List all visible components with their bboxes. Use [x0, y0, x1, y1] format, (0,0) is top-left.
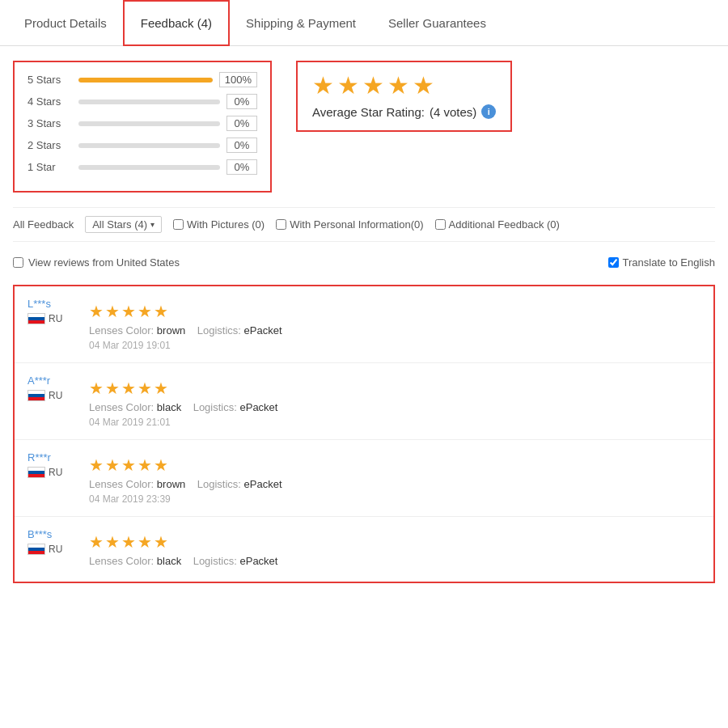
tab-seller-guarantees[interactable]: Seller Guarantees: [372, 2, 502, 44]
review-date-0: 04 Mar 2019 19:01: [89, 340, 700, 351]
star-row-2: 2 Stars 0%: [28, 138, 257, 153]
star-label-3: 3 Stars: [28, 117, 72, 129]
reviewer-name-3[interactable]: B***s: [28, 528, 76, 540]
review-item: L***s RU ★★★★★ Lenses Color: brown: [15, 286, 713, 363]
tab-bar: Product Details Feedback (4) Shipping & …: [0, 0, 728, 46]
reviewer-name-1[interactable]: A***r: [28, 375, 76, 387]
lenses-color-label-1: Lenses Color:: [89, 401, 154, 413]
view-reviews-checkbox[interactable]: [13, 257, 23, 268]
star-row-5: 5 Stars 100%: [28, 72, 257, 87]
logistics-label-2: Logistics:: [197, 478, 241, 490]
logistics-label-3: Logistics:: [193, 555, 237, 567]
bar-bg-5: [78, 78, 213, 83]
with-personal-label: With Personal Information(0): [290, 218, 423, 231]
lenses-color-label-0: Lenses Color:: [89, 324, 154, 336]
review-top-line-3: B***s RU ★★★★★: [28, 528, 700, 555]
additional-label: Additional Feedback (0): [449, 218, 560, 231]
review-date-1: 04 Mar 2019 21:01: [89, 417, 700, 428]
lenses-color-value-3: black: [157, 555, 181, 567]
country-label-2: RU: [49, 467, 62, 478]
with-pictures-label: With Pictures (0): [187, 218, 265, 231]
with-personal-filter[interactable]: With Personal Information(0): [276, 218, 423, 231]
translate-checkbox[interactable]: [608, 257, 619, 268]
reviewer-country-2: RU: [28, 467, 76, 478]
lenses-color-label-2: Lenses Color:: [89, 478, 154, 490]
reviewer-info-0: L***s RU: [28, 298, 76, 324]
additional-checkbox[interactable]: [435, 219, 446, 230]
bar-pct-2: 0%: [226, 138, 257, 153]
star-row-4: 4 Stars 0%: [28, 94, 257, 109]
lenses-color-value-1: black: [157, 401, 181, 413]
bar-pct-3: 0%: [226, 116, 257, 131]
translate-filter[interactable]: Translate to English: [608, 256, 715, 269]
review-item: R***r RU ★★★★★ Lenses Color: brown: [15, 440, 713, 517]
reviewer-country-3: RU: [28, 544, 76, 555]
tab-feedback[interactable]: Feedback (4): [123, 0, 230, 46]
star-label-2: 2 Stars: [28, 139, 72, 151]
flag-ru-3: [28, 544, 45, 555]
with-pictures-checkbox[interactable]: [173, 219, 184, 230]
review-item: A***r RU ★★★★★ Lenses Color: black: [15, 363, 713, 440]
bar-bg-4: [78, 99, 220, 104]
avg-votes: (4 votes): [430, 105, 476, 119]
all-stars-label: All Stars (4): [92, 218, 147, 231]
reviewer-name-2[interactable]: R***r: [28, 451, 76, 463]
country-label-3: RU: [49, 544, 62, 555]
view-reviews-filter[interactable]: View reviews from United States: [13, 256, 180, 269]
reviews-container: L***s RU ★★★★★ Lenses Color: brown: [13, 285, 715, 583]
tab-shipping[interactable]: Shipping & Payment: [230, 2, 372, 44]
flag-ru-0: [28, 313, 45, 324]
logistics-value-3: ePacket: [239, 555, 277, 567]
reviewer-country-1: RU: [28, 390, 76, 401]
reviewer-info-1: A***r RU: [28, 375, 76, 401]
country-label-1: RU: [49, 390, 62, 401]
star-row-1: 1 Star 0%: [28, 159, 257, 175]
logistics-value-1: ePacket: [239, 401, 277, 413]
view-reviews-label: View reviews from United States: [28, 256, 180, 269]
with-personal-checkbox[interactable]: [276, 219, 286, 230]
review-item: B***s RU ★★★★★ Lenses Color: black: [15, 517, 713, 582]
main-content: 5 Stars 100% 4 Stars 0% 3 Stars: [0, 46, 728, 598]
review-stars-2: ★★★★★: [89, 457, 170, 473]
review-details-2: Lenses Color: brown Logistics: ePacket: [89, 478, 700, 490]
review-stars-0: ★★★★★: [89, 303, 170, 320]
average-rating-label: Average Star Rating: (4 votes) i: [312, 104, 496, 119]
reviewer-info-2: R***r RU: [28, 451, 76, 478]
additional-filter[interactable]: Additional Feedback (0): [435, 218, 560, 231]
bar-bg-1: [78, 165, 220, 170]
country-label-0: RU: [49, 313, 62, 324]
review-details-1: Lenses Color: black Logistics: ePacket: [89, 401, 700, 413]
tab-product-details[interactable]: Product Details: [8, 2, 123, 44]
review-stars-1: ★★★★★: [89, 380, 170, 396]
info-icon[interactable]: i: [481, 104, 496, 119]
review-top-line-1: A***r RU ★★★★★: [28, 375, 700, 401]
avg-label-text: Average Star Rating:: [312, 105, 425, 119]
average-stars-display: ★★★★★: [312, 74, 438, 98]
lenses-color-value-0: brown: [157, 324, 185, 336]
reviewer-info-3: B***s RU: [28, 528, 76, 555]
star-row-3: 3 Stars 0%: [28, 116, 257, 131]
reviewer-name-0[interactable]: L***s: [28, 298, 76, 310]
chevron-down-icon: ▾: [150, 220, 154, 229]
average-rating-box: ★★★★★ Average Star Rating: (4 votes) i: [296, 61, 512, 132]
review-top-line-2: R***r RU ★★★★★: [28, 451, 700, 478]
bar-pct-1: 0%: [226, 159, 257, 175]
reviewer-country-0: RU: [28, 313, 76, 324]
stars-breakdown: 5 Stars 100% 4 Stars 0% 3 Stars: [13, 61, 272, 193]
bar-pct-4: 0%: [226, 94, 257, 109]
all-feedback-label: All Feedback: [13, 218, 74, 231]
logistics-value-2: ePacket: [244, 478, 282, 490]
review-details-0: Lenses Color: brown Logistics: ePacket: [89, 324, 700, 336]
logistics-label-0: Logistics:: [197, 324, 241, 336]
bar-fill-5: [78, 78, 213, 83]
with-pictures-filter[interactable]: With Pictures (0): [173, 218, 265, 231]
review-details-3: Lenses Color: black Logistics: ePacket: [89, 555, 700, 567]
all-stars-dropdown[interactable]: All Stars (4) ▾: [85, 216, 162, 233]
star-label-4: 4 Stars: [28, 95, 72, 108]
star-label-1: 1 Star: [28, 161, 72, 173]
translate-label: Translate to English: [623, 256, 715, 269]
filter-bar: All Feedback All Stars (4) ▾ With Pictur…: [13, 207, 715, 242]
filter-row2: View reviews from United States Translat…: [13, 250, 715, 275]
bar-bg-3: [78, 121, 220, 126]
bar-bg-2: [78, 143, 220, 148]
